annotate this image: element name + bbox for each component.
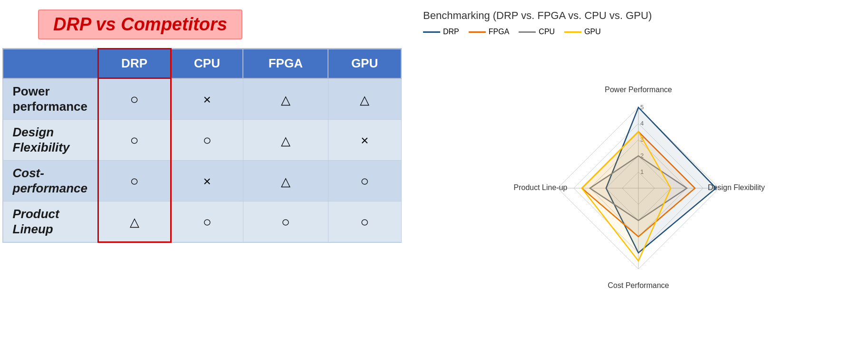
legend-label: CPU: [539, 28, 555, 36]
legend: DRPFPGACPUGPU: [423, 28, 854, 36]
table-row: Design Flexibility○○△×: [3, 119, 401, 160]
legend-line: [423, 31, 440, 33]
chart-title: Benchmarking (DRP vs. FPGA vs. CPU vs. G…: [423, 10, 854, 22]
cell-drp: ○: [98, 119, 171, 160]
legend-line: [564, 31, 581, 33]
col-header-gpu: GPU: [328, 49, 401, 78]
radar-chart: 12345Power PerformanceDesign Flexibility…: [501, 74, 776, 302]
legend-label: FPGA: [489, 28, 510, 36]
legend-label: GPU: [584, 28, 601, 36]
svg-text:Power Performance: Power Performance: [605, 86, 672, 94]
left-panel: DRP vs Competitors DRP CPU FPGA GPU Powe…: [0, 0, 409, 345]
cell-gpu: △: [328, 78, 401, 120]
cell-fpga: △: [243, 119, 328, 160]
col-header-fpga: FPGA: [243, 49, 328, 78]
legend-label: DRP: [443, 28, 459, 36]
comparison-table: DRP CPU FPGA GPU Power performance○×△△De…: [2, 48, 402, 243]
radar-container: 12345Power PerformanceDesign Flexibility…: [423, 41, 854, 335]
cell-fpga: △: [243, 78, 328, 120]
cell-drp: ○: [98, 78, 171, 120]
table-row: Cost-performance○×△○: [3, 160, 401, 201]
cell-cpu: ×: [171, 78, 243, 120]
col-header-drp: DRP: [98, 49, 171, 78]
col-header-cpu: CPU: [171, 49, 243, 78]
row-label: Design Flexibility: [3, 119, 98, 160]
row-label: Cost-performance: [3, 160, 98, 201]
row-label: Power performance: [3, 78, 98, 120]
cell-gpu: ○: [328, 160, 401, 201]
cell-cpu: ×: [171, 160, 243, 201]
cell-drp: △: [98, 201, 171, 242]
table-row: Product Lineup△○○○: [3, 201, 401, 242]
cell-fpga: ○: [243, 201, 328, 242]
row-label: Product Lineup: [3, 201, 98, 242]
cell-drp: ○: [98, 160, 171, 201]
svg-text:Product Line-up: Product Line-up: [514, 183, 568, 192]
legend-line: [519, 31, 536, 33]
cell-fpga: △: [243, 160, 328, 201]
svg-text:Design Flexibility: Design Flexibility: [708, 183, 765, 192]
page-title: DRP vs Competitors: [53, 14, 227, 35]
cell-cpu: ○: [171, 201, 243, 242]
right-panel: Benchmarking (DRP vs. FPGA vs. CPU vs. G…: [409, 0, 868, 345]
cell-gpu: ×: [328, 119, 401, 160]
legend-item: CPU: [519, 28, 555, 36]
legend-line: [469, 31, 486, 33]
legend-item: GPU: [564, 28, 601, 36]
legend-item: DRP: [423, 28, 459, 36]
col-header-empty: [3, 49, 98, 78]
cell-cpu: ○: [171, 119, 243, 160]
legend-item: FPGA: [469, 28, 510, 36]
cell-gpu: ○: [328, 201, 401, 242]
svg-text:Cost Performance: Cost Performance: [608, 281, 669, 289]
table-row: Power performance○×△△: [3, 78, 401, 120]
title-box: DRP vs Competitors: [38, 10, 242, 39]
